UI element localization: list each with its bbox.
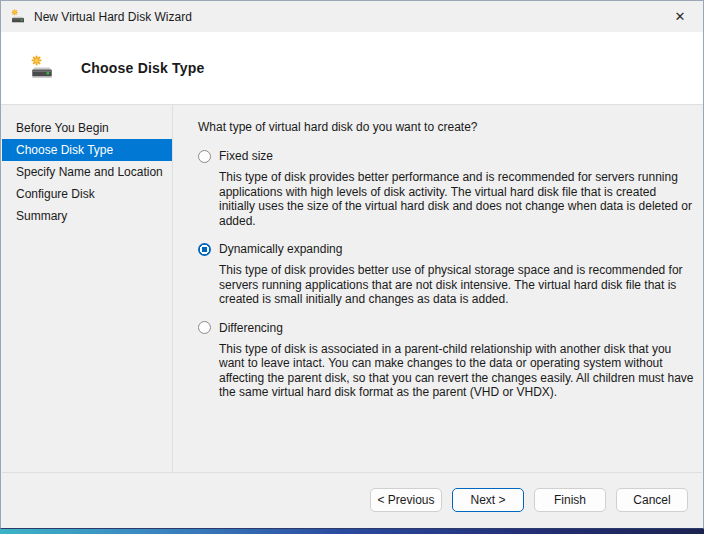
sidebar-item-summary[interactable]: Summary (2, 205, 172, 227)
wizard-window: New Virtual Hard Disk Wizard ✕ Choose Di… (0, 0, 704, 529)
close-icon: ✕ (675, 9, 686, 24)
radio-row-fixed-size[interactable]: Fixed size (198, 149, 694, 163)
option-fixed-size: Fixed size This type of disk provides be… (198, 149, 694, 228)
wizard-body: Before You Begin Choose Disk Type Specif… (2, 105, 702, 472)
next-button[interactable]: Next > (452, 488, 524, 512)
sidebar-item-choose-disk-type[interactable]: Choose Disk Type (2, 139, 172, 161)
new-virtual-hard-disk-icon (29, 55, 55, 81)
radio-row-dynamically-expanding[interactable]: Dynamically expanding (198, 242, 694, 256)
wizard-header: Choose Disk Type (1, 32, 703, 105)
previous-button[interactable]: < Previous (370, 488, 442, 512)
radio-label: Dynamically expanding (219, 242, 342, 256)
new-virtual-hard-disk-icon (10, 9, 26, 25)
close-button[interactable]: ✕ (657, 1, 703, 32)
sidebar-item-specify-name-and-location[interactable]: Specify Name and Location (2, 161, 172, 183)
radio-row-differencing[interactable]: Differencing (198, 321, 694, 335)
desktop-background: New Virtual Hard Disk Wizard ✕ Choose Di… (0, 0, 704, 534)
wizard-steps-sidebar: Before You Begin Choose Disk Type Specif… (2, 105, 173, 472)
window-title: New Virtual Hard Disk Wizard (34, 10, 657, 24)
title-bar: New Virtual Hard Disk Wizard ✕ (1, 1, 703, 32)
sidebar-item-before-you-begin[interactable]: Before You Begin (2, 117, 172, 139)
radio-button-fixed-size[interactable] (198, 150, 211, 163)
radio-button-differencing[interactable] (198, 321, 211, 334)
radio-label: Differencing (219, 321, 283, 335)
radio-button-dynamically-expanding[interactable] (198, 243, 211, 256)
sidebar-item-configure-disk[interactable]: Configure Disk (2, 183, 172, 205)
option-dynamically-expanding: Dynamically expanding This type of disk … (198, 242, 694, 307)
page-content: What type of virtual hard disk do you wa… (173, 105, 702, 472)
option-differencing: Differencing This type of disk is associ… (198, 321, 694, 400)
question-text: What type of virtual hard disk do you wa… (198, 120, 694, 134)
option-description: This type of disk provides better use of… (219, 263, 694, 307)
option-description: This type of disk provides better perfor… (219, 170, 694, 228)
option-description: This type of disk is associated in a par… (219, 342, 694, 400)
radio-label: Fixed size (219, 149, 273, 163)
page-title: Choose Disk Type (81, 60, 205, 76)
finish-button[interactable]: Finish (534, 488, 606, 512)
cancel-button[interactable]: Cancel (616, 488, 688, 512)
button-bar: < Previous Next > Finish Cancel (2, 472, 702, 527)
